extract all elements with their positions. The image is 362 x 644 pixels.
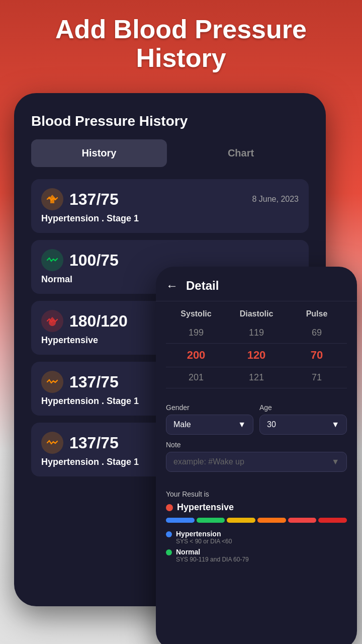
age-label: Age <box>259 404 347 412</box>
result-label: Your Result is <box>166 490 347 498</box>
reading-value-1: 100/75 <box>69 251 119 270</box>
page-header: Add Blood Pressure History <box>0 0 362 83</box>
legend-dot-0 <box>166 531 172 537</box>
cell-dia-1: 120 <box>226 349 287 362</box>
table-row-1: 200 120 70 <box>166 344 347 367</box>
gender-label: Gender <box>166 404 253 412</box>
table-header: Systolic Diastolic Pulse <box>166 309 347 318</box>
note-chevron: ▼ <box>331 457 339 466</box>
tab-history[interactable]: History <box>31 139 167 167</box>
reading-value-2: 180/120 <box>69 312 128 331</box>
reading-value-4: 137/75 <box>69 434 119 452</box>
reading-value-3: 137/75 <box>69 373 119 391</box>
gender-select[interactable]: Male ▼ <box>166 415 253 435</box>
cell-sys-0: 199 <box>166 328 226 338</box>
note-group: Note example: #Wake up ▼ <box>166 441 347 472</box>
result-value-row: Hypertensive <box>166 502 347 513</box>
cell-pulse-1: 70 <box>287 349 347 362</box>
col-pulse: Pulse <box>287 309 347 318</box>
result-text: Hypertensive <box>177 502 234 513</box>
note-placeholder: example: #Wake up <box>173 457 244 466</box>
col-diastolic: Diastolic <box>226 309 287 318</box>
detail-title: Detail <box>186 279 219 293</box>
bp-icon-3 <box>41 371 63 393</box>
tab-bar: History Chart <box>31 139 309 167</box>
age-select[interactable]: 30 ▼ <box>259 415 347 435</box>
bp-icon-1 <box>41 249 63 271</box>
legend-range-0: SYS < 90 or DIA <60 <box>176 538 232 545</box>
bar-seg-1 <box>197 518 225 523</box>
cell-sys-1: 200 <box>166 349 226 362</box>
gender-group: Gender Male ▼ <box>166 404 253 435</box>
cell-pulse-2: 71 <box>287 372 347 383</box>
cell-pulse-0: 69 <box>287 328 347 338</box>
bp-icon-2 <box>41 310 63 332</box>
bar-seg-0 <box>166 518 195 523</box>
reading-date-0: 8 June, 2023 <box>252 195 299 204</box>
detail-header: ← Detail <box>156 267 357 301</box>
cell-dia-2: 121 <box>226 372 287 383</box>
legend-list: Hypertension SYS < 90 or DIA <60 Normal … <box>166 530 347 563</box>
age-group: Age 30 ▼ <box>259 404 347 435</box>
legend-item-0: Hypertension SYS < 90 or DIA <60 <box>166 530 347 545</box>
cell-dia-0: 119 <box>226 328 287 338</box>
col-systolic: Systolic <box>166 309 226 318</box>
detail-form: Gender Male ▼ Age 30 ▼ Note example: #Wa… <box>156 396 357 485</box>
phone-front: ← Detail Systolic Diastolic Pulse 199 11… <box>156 267 357 644</box>
table-row-0: 199 119 69 <box>166 323 347 344</box>
reading-status-0: Hypertension . Stage 1 <box>41 213 299 224</box>
reading-card-0[interactable]: 137/75 8 June, 2023 Hypertension . Stage… <box>31 179 309 233</box>
note-label: Note <box>166 441 347 449</box>
result-section: Your Result is Hypertensive Hypertension… <box>156 485 357 568</box>
tab-chart[interactable]: Chart <box>173 139 309 167</box>
legend-item-1: Normal SYS 90-119 and DIA 60-79 <box>166 548 347 563</box>
screen-title: Blood Pressure History <box>31 113 309 129</box>
bp-icon-0 <box>41 188 63 210</box>
form-row-gender-age: Gender Male ▼ Age 30 ▼ <box>166 404 347 435</box>
bar-seg-2 <box>227 518 255 523</box>
legend-dot-1 <box>166 549 172 555</box>
gender-chevron: ▼ <box>238 420 246 429</box>
table-row-2: 201 121 71 <box>166 367 347 388</box>
bar-seg-4 <box>288 518 317 523</box>
bar-seg-3 <box>257 518 286 523</box>
age-chevron: ▼ <box>331 420 339 429</box>
reading-value-0: 137/75 <box>69 190 119 209</box>
gender-value: Male <box>173 420 191 429</box>
age-value: 30 <box>267 420 276 429</box>
cell-sys-2: 201 <box>166 372 226 383</box>
back-button[interactable]: ← <box>166 279 178 293</box>
note-input[interactable]: example: #Wake up ▼ <box>166 452 347 472</box>
legend-name-1: Normal <box>176 548 249 556</box>
page-title: Add Blood Pressure History <box>0 0 362 83</box>
legend-name-0: Hypertension <box>176 530 232 538</box>
bar-seg-5 <box>318 518 347 523</box>
legend-range-1: SYS 90-119 and DIA 60-79 <box>176 556 249 563</box>
color-bar <box>166 518 347 523</box>
result-dot <box>166 504 173 511</box>
detail-table: Systolic Diastolic Pulse 199 119 69 200 … <box>156 301 357 396</box>
bp-icon-4 <box>41 432 63 454</box>
